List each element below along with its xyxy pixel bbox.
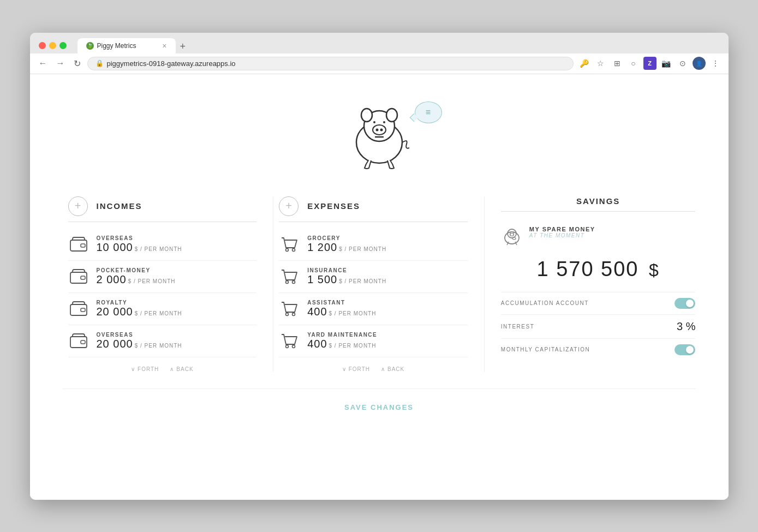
expense-label-1: INSURANCE [307, 267, 468, 273]
plus-icon: + [285, 200, 292, 212]
cart-icon-1 [279, 266, 300, 287]
menu-icon[interactable]: ⋮ [709, 57, 722, 70]
incomes-forth-button[interactable]: ∨ FORTH [131, 366, 159, 372]
forward-button[interactable]: → [54, 57, 67, 69]
profile-icon[interactable]: 👤 [693, 57, 706, 70]
star-icon[interactable]: ☆ [594, 57, 607, 70]
expenses-title: EXPENSES [307, 201, 360, 211]
expense-info-3: YARD MAINTENANCE 400$ / PER MONTH [307, 332, 468, 350]
active-tab[interactable]: 🍃 Piggy Metrics × [77, 38, 176, 53]
svg-rect-12 [70, 272, 87, 283]
expenses-back-button[interactable]: ∧ BACK [381, 366, 404, 372]
refresh-button[interactable]: ↻ [71, 57, 83, 70]
add-expense-button[interactable]: + [279, 196, 299, 216]
monthly-row: MONTHLY CAPITALIZATION [501, 338, 696, 361]
main-grid: + INCOMES OVERSEAS [63, 196, 696, 372]
savings-account-info: MY SPARE MONEY AT THE MOMENT [529, 226, 595, 238]
svg-rect-11 [81, 244, 85, 247]
cart-icon-0 [279, 234, 300, 255]
svg-point-20 [286, 280, 289, 283]
savings-pig-icon [501, 226, 522, 247]
svg-rect-16 [70, 337, 87, 348]
expenses-header: + EXPENSES [279, 196, 468, 222]
minimize-button[interactable] [49, 42, 56, 49]
svg-point-22 [286, 313, 289, 315]
extensions-icon[interactable]: ⊞ [611, 57, 624, 70]
back-button[interactable]: ← [37, 57, 50, 69]
svg-point-6 [380, 128, 383, 131]
browser-window: 🍃 Piggy Metrics × + ← → ↻ 🔒 piggymetrics… [30, 33, 729, 500]
expense-item-0: GROCERY 1 200$ / PER MONTH [279, 229, 468, 261]
income-item-0: OVERSEAS 10 000$ / PER MONTH [68, 229, 257, 261]
expense-item-1: INSURANCE 1 500$ / PER MONTH [279, 261, 468, 293]
savings-title: SAVINGS [576, 196, 620, 206]
savings-section: SAVINGS [485, 196, 696, 372]
expense-info-2: ASSISTANT 400$ / PER MONTH [307, 300, 468, 318]
income-info-1: POCKET-MONEY 2 000$ / PER MONTH [97, 267, 257, 286]
monthly-toggle[interactable] [675, 344, 695, 355]
zap-icon[interactable]: Z [643, 57, 656, 70]
monthly-label: MONTHLY CAPITALIZATION [501, 346, 590, 352]
svg-rect-13 [81, 276, 85, 279]
speech-bubble: ≡ [415, 101, 442, 123]
key-icon[interactable]: 🔑 [578, 57, 591, 70]
incomes-back-button[interactable]: ∧ BACK [170, 366, 193, 372]
expense-label-3: YARD MAINTENANCE [307, 332, 468, 338]
camera-icon[interactable]: 📷 [660, 57, 673, 70]
tab-title: Piggy Metrics [97, 42, 136, 50]
toolbar-icons: 🔑 ☆ ⊞ ○ Z 📷 ⊙ 👤 ⋮ [578, 57, 722, 70]
add-income-button[interactable]: + [68, 196, 88, 216]
lock-icon: 🔒 [96, 59, 104, 67]
svg-point-24 [286, 345, 289, 348]
income-amount-2: 20 000$ / PER MONTH [97, 306, 257, 318]
up-chevron-icon: ∧ [170, 366, 174, 372]
expense-info-1: INSURANCE 1 500$ / PER MONTH [307, 267, 468, 286]
svg-point-33 [513, 234, 514, 235]
income-item-3: OVERSEAS 20 000$ / PER MONTH [68, 325, 257, 357]
expense-amount-3: 400$ / PER MONTH [307, 338, 468, 350]
browser-controls [39, 42, 67, 49]
savings-amount: 1 570 500 $ [501, 252, 696, 292]
share-icon[interactable]: ⊙ [676, 57, 689, 70]
browser-tabs: 🍃 Piggy Metrics × + [77, 38, 720, 53]
svg-point-23 [293, 313, 295, 315]
income-amount-1: 2 000$ / PER MONTH [97, 273, 257, 286]
income-info-0: OVERSEAS 10 000$ / PER MONTH [97, 235, 257, 254]
income-item-2: ROYALTY 20 000$ / PER MONTH [68, 293, 257, 325]
interest-label: INTEREST [501, 324, 534, 330]
svg-rect-15 [81, 308, 85, 312]
save-changes-button[interactable]: SAVE CHANGES [344, 403, 414, 411]
accumulation-toggle[interactable] [675, 298, 695, 309]
incomes-title: INCOMES [97, 201, 142, 211]
expense-label-0: GROCERY [307, 235, 468, 241]
wallet-icon-1 [68, 266, 89, 287]
svg-rect-14 [70, 304, 87, 315]
income-label-3: OVERSEAS [97, 332, 257, 338]
income-label-2: ROYALTY [97, 300, 257, 306]
address-text: piggymetrics-0918-gateway.azureapps.io [107, 59, 236, 68]
page-content: ≡ + INCOMES [30, 74, 729, 500]
cart-icon-2 [279, 298, 300, 319]
tab-close-icon[interactable]: × [162, 41, 166, 50]
maximize-button[interactable] [59, 42, 67, 49]
new-tab-button[interactable]: + [176, 41, 190, 52]
svg-point-7 [373, 121, 375, 123]
save-area: SAVE CHANGES [63, 388, 696, 412]
svg-rect-10 [70, 240, 87, 251]
expenses-forth-button[interactable]: ∨ FORTH [342, 366, 370, 372]
interest-value: 3 % [677, 320, 695, 333]
incomes-header: + INCOMES [68, 196, 257, 222]
svg-point-8 [383, 121, 385, 123]
savings-header: SAVINGS [501, 196, 696, 212]
interest-row: INTEREST 3 % [501, 314, 696, 338]
accumulation-label: ACCUMULATION ACCOUNT [501, 300, 589, 306]
svg-point-21 [293, 280, 295, 283]
expense-label-2: ASSISTANT [307, 300, 468, 306]
address-bar[interactable]: 🔒 piggymetrics-0918-gateway.azureapps.io [87, 57, 574, 70]
expenses-section: + EXPENSES GROCERY [273, 196, 485, 372]
cart-icon-3 [279, 331, 300, 351]
expense-amount-0: 1 200$ / PER MONTH [307, 241, 468, 254]
close-button[interactable] [39, 42, 46, 49]
account-icon[interactable]: ○ [627, 57, 640, 70]
expenses-nav: ∨ FORTH ∧ BACK [279, 357, 468, 372]
